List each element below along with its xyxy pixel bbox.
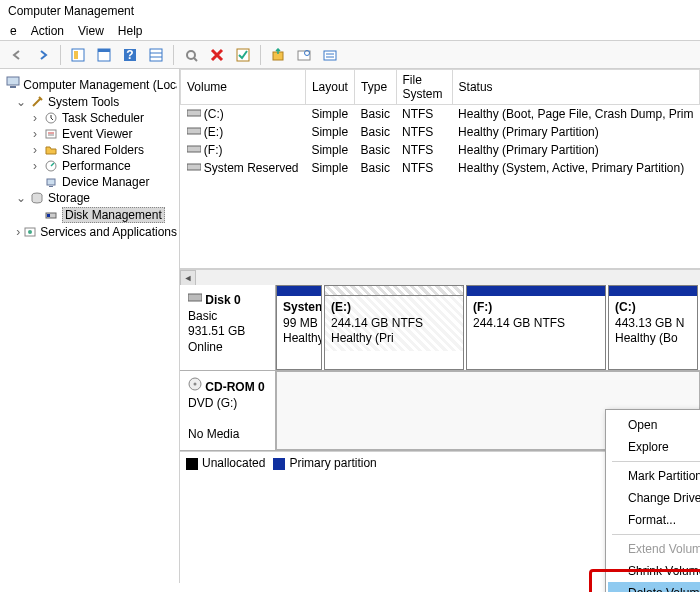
separator: [612, 534, 700, 535]
svg-rect-25: [47, 179, 55, 185]
tree-event-viewer[interactable]: ›Event Viewer: [30, 126, 177, 142]
svg-rect-26: [49, 186, 53, 187]
svg-rect-1: [74, 51, 78, 59]
tree-root[interactable]: Computer Management (Local: [2, 73, 177, 94]
svg-rect-29: [47, 214, 50, 217]
ctx-change-letter[interactable]: Change Drive Letter and Paths...: [608, 487, 700, 509]
volume-list-scrollbar[interactable]: ◄: [180, 269, 700, 285]
tree-services[interactable]: ›Services and Applications: [16, 224, 177, 240]
vol-name: (C:): [204, 107, 224, 121]
svg-rect-3: [98, 49, 110, 52]
table-row[interactable]: System ReservedSimpleBasicNTFSHealthy (S…: [181, 159, 700, 177]
table-row[interactable]: (F:)SimpleBasicNTFSHealthy (Primary Part…: [181, 141, 700, 159]
navigation-tree[interactable]: Computer Management (Local ⌄System Tools…: [0, 69, 180, 583]
perf-icon: [44, 159, 58, 173]
col-fs[interactable]: File System: [396, 70, 452, 105]
svg-rect-36: [188, 294, 202, 301]
disk-icon: [188, 291, 202, 305]
svg-rect-21: [46, 130, 56, 138]
event-icon: [44, 127, 58, 141]
tree-device-manager[interactable]: Device Manager: [30, 174, 177, 190]
scroll-left-button[interactable]: ◄: [180, 270, 196, 286]
partition-E[interactable]: (E:)244.14 GB NTFSHealthy (Pri: [324, 285, 464, 370]
svg-rect-6: [150, 49, 162, 61]
disk-0-row: Disk 0 Basic 931.51 GB Online Systen99 M…: [180, 285, 700, 371]
col-type[interactable]: Type: [355, 70, 396, 105]
menubar: e Action View Help: [0, 22, 700, 41]
menu-view[interactable]: View: [78, 24, 104, 38]
svg-rect-34: [187, 146, 201, 152]
legend-unallocated: Unallocated: [186, 456, 265, 470]
partition-Systen[interactable]: Systen99 MBHealthy: [276, 285, 322, 370]
tree-shared-folders[interactable]: ›Shared Folders: [30, 142, 177, 158]
cdrom-0-header[interactable]: CD-ROM 0 DVD (G:) No Media: [180, 371, 276, 450]
svg-text:?: ?: [126, 48, 133, 62]
computer-icon: [6, 75, 20, 89]
window-title: Computer Management: [0, 0, 700, 22]
properties-button[interactable]: [93, 44, 115, 66]
vol-name: (F:): [204, 143, 223, 157]
partition-C[interactable]: (C:)443.13 GB NHealthy (Bo: [608, 285, 698, 370]
volume-table: Volume Layout Type File System Status (C…: [180, 69, 700, 177]
attach-vhd-button[interactable]: [267, 44, 289, 66]
tree-system-tools[interactable]: ⌄System Tools: [16, 94, 177, 110]
ctx-delete-volume[interactable]: Delete Volume...: [608, 582, 700, 592]
svg-rect-19: [10, 86, 16, 88]
svg-rect-33: [187, 128, 201, 134]
back-button[interactable]: [6, 44, 28, 66]
menu-file[interactable]: e: [10, 24, 17, 38]
view-button[interactable]: [145, 44, 167, 66]
drive-icon: [187, 162, 201, 172]
more-button[interactable]: [319, 44, 341, 66]
partition-F[interactable]: (F:)244.14 GB NTFS: [466, 285, 606, 370]
ctx-format[interactable]: Format...: [608, 509, 700, 531]
svg-point-31: [28, 230, 32, 234]
drive-icon: [187, 144, 201, 154]
ctx-mark-active[interactable]: Mark Partition as Active: [608, 465, 700, 487]
legend-primary: Primary partition: [273, 456, 376, 470]
table-row[interactable]: (C:)SimpleBasicNTFSHealthy (Boot, Page F…: [181, 105, 700, 124]
svg-rect-15: [324, 51, 336, 60]
svg-point-38: [194, 383, 197, 386]
device-icon: [44, 175, 58, 189]
toolbar: ?: [0, 41, 700, 69]
vol-name: (E:): [204, 125, 223, 139]
show-hide-tree-button[interactable]: [67, 44, 89, 66]
settings-button[interactable]: [180, 44, 202, 66]
disk-mgmt-icon: [44, 208, 58, 222]
tools-icon: [30, 95, 44, 109]
tree-task-scheduler[interactable]: ›Task Scheduler: [30, 110, 177, 126]
ctx-explore[interactable]: Explore: [608, 436, 700, 458]
tree-disk-management[interactable]: Disk Management: [30, 206, 177, 224]
col-volume[interactable]: Volume: [181, 70, 306, 105]
storage-icon: [30, 191, 44, 205]
drive-icon: [187, 108, 201, 118]
context-menu: Open Explore Mark Partition as Active Ch…: [605, 409, 700, 592]
cdrom-icon: [188, 377, 202, 391]
col-status[interactable]: Status: [452, 70, 699, 105]
svg-rect-32: [187, 110, 201, 116]
ctx-shrink[interactable]: Shrink Volume...: [608, 560, 700, 582]
tree-storage[interactable]: ⌄Storage: [16, 190, 177, 206]
svg-rect-18: [7, 77, 19, 85]
ctx-open[interactable]: Open: [608, 414, 700, 436]
volume-list[interactable]: Volume Layout Type File System Status (C…: [180, 69, 700, 269]
find-button[interactable]: [293, 44, 315, 66]
tree-performance[interactable]: ›Performance: [30, 158, 177, 174]
disk-0-header[interactable]: Disk 0 Basic 931.51 GB Online: [180, 285, 276, 370]
forward-button[interactable]: [32, 44, 54, 66]
help-button[interactable]: ?: [119, 44, 141, 66]
svg-point-9: [187, 51, 195, 59]
services-icon: [24, 225, 36, 239]
svg-rect-35: [187, 164, 201, 170]
separator: [612, 461, 700, 462]
table-row[interactable]: (E:)SimpleBasicNTFSHealthy (Primary Part…: [181, 123, 700, 141]
clock-icon: [44, 111, 58, 125]
menu-help[interactable]: Help: [118, 24, 143, 38]
col-layout[interactable]: Layout: [305, 70, 354, 105]
checkbox-button[interactable]: [232, 44, 254, 66]
menu-action[interactable]: Action: [31, 24, 64, 38]
delete-button[interactable]: [206, 44, 228, 66]
svg-line-10: [194, 58, 197, 61]
drive-icon: [187, 126, 201, 136]
